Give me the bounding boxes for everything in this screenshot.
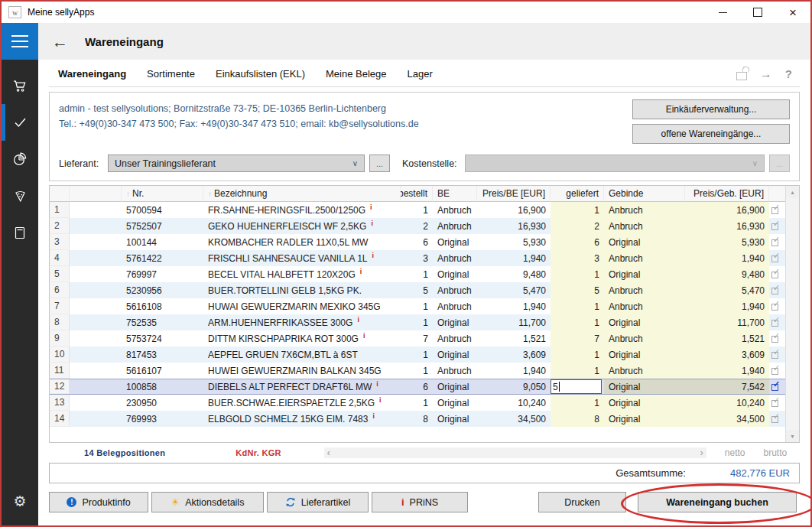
row-checkbox-icon[interactable] xyxy=(771,333,781,343)
brutto-toggle[interactable]: brutto xyxy=(764,447,788,458)
table-row[interactable]: 3100144KROMBACHER RADLER 11X0,5L MW6Orig… xyxy=(50,234,799,250)
forward-arrow-icon[interactable]: → xyxy=(760,68,772,80)
delivered-qty-cell[interactable]: 7 xyxy=(551,330,604,346)
hamburger-menu-button[interactable] xyxy=(2,23,38,60)
delivered-qty-cell[interactable]: 2 xyxy=(551,218,604,234)
description-cell: FR.SAHNE-HERINGSFIL.2500/1250Gi xyxy=(203,202,401,218)
text-caret xyxy=(559,382,560,392)
table-row[interactable]: 45761422FRISCHLI SAHNESAUCE VANILLA 1Li3… xyxy=(50,250,799,266)
chevron-down-icon: ∨ xyxy=(352,159,358,168)
row-checkbox-icon[interactable] xyxy=(771,269,781,279)
ordered-qty-cell: 1 xyxy=(401,363,433,379)
row-checkbox-icon[interactable] xyxy=(771,221,781,231)
vertical-scroll-track[interactable] xyxy=(786,198,799,430)
row-checkbox-icon[interactable] xyxy=(771,317,781,327)
delivered-qty-cell[interactable]: 1 xyxy=(551,395,604,411)
delivered-qty-cell[interactable]: 1 xyxy=(551,298,604,314)
titlebar: w Meine sellyApps × xyxy=(2,2,810,23)
horizontal-scrollbar[interactable]: ‹ › xyxy=(324,447,706,458)
minimize-button[interactable] xyxy=(705,2,740,23)
tab-sortimente[interactable]: Sortimente xyxy=(147,68,195,80)
netto-toggle[interactable]: netto xyxy=(725,447,745,458)
header-gebinde[interactable]: Gebinde xyxy=(604,186,685,202)
prins-button[interactable]: i PRiNS xyxy=(372,492,468,512)
tab-wareneingang[interactable]: Wareneingang xyxy=(58,68,126,80)
red-info-icon: i xyxy=(401,497,404,507)
tab-meine-belege[interactable]: Meine Belege xyxy=(326,68,387,80)
tab-einkaufslisten[interactable]: Einkaufslisten (EKL) xyxy=(216,68,305,80)
package-unit-cell: Original xyxy=(604,266,685,282)
back-button[interactable]: ← xyxy=(52,34,68,50)
help-icon[interactable]: ? xyxy=(785,67,792,80)
article-number-cell: 5752507 xyxy=(122,218,203,234)
table-row[interactable]: 65230956BUER.TORTELLINI GELB 1,5KG PK.5A… xyxy=(50,282,799,298)
ordered-qty-cell: 6 xyxy=(401,234,433,250)
price-per-package-cell: 1,940 xyxy=(685,298,769,314)
produktinfo-button[interactable]: ! Produktinfo xyxy=(49,492,148,512)
vertical-scrollbar[interactable]: ▲ ▼ xyxy=(785,186,799,442)
drucken-button[interactable]: Drucken xyxy=(538,492,626,512)
delivered-qty-cell[interactable]: 8 xyxy=(551,411,604,427)
wareneingang-buchen-button[interactable]: Wareneingang buchen xyxy=(638,492,797,512)
table-row[interactable]: 95753724DITTM KIRSCHPAPRIKA ROT 300Gi7An… xyxy=(50,330,799,346)
row-checkbox-icon[interactable] xyxy=(771,237,781,247)
lieferant-select[interactable]: Unser Trainingslieferant ∨ xyxy=(108,155,365,172)
sidebar-item-goods-receipt[interactable] xyxy=(2,104,38,141)
header-preis-geb[interactable]: Preis/Geb. [EUR] xyxy=(685,186,769,202)
row-checkbox-icon[interactable] xyxy=(771,366,781,376)
sidebar-item-settings[interactable]: ⚙ xyxy=(2,483,38,519)
close-button[interactable]: × xyxy=(775,2,810,23)
sidebar-item-catalog[interactable] xyxy=(2,214,38,251)
maximize-button[interactable] xyxy=(740,2,775,23)
scroll-right-icon[interactable]: › xyxy=(700,447,703,458)
table-row[interactable]: 25752507GEKO HUEHNERFLEISCH WF 2,5KGi2An… xyxy=(50,218,799,234)
article-number-cell: 100858 xyxy=(122,379,203,394)
lieferant-browse-button[interactable]: ... xyxy=(369,155,390,172)
row-checkbox-icon[interactable] xyxy=(771,398,781,408)
scroll-left-icon[interactable]: ‹ xyxy=(327,447,330,458)
table-row[interactable]: 14769993ELBGOLD SCHMELZ 15KG EIM. 7483i8… xyxy=(50,411,799,427)
table-row[interactable]: 115616107HUWEI GEWUERZMARIN BALKAN 345G1… xyxy=(50,363,799,379)
delivered-qty-cell[interactable]: 6 xyxy=(551,234,604,250)
aktionsdetails-button[interactable]: ☀ Aktionsdetails xyxy=(151,492,264,512)
delivered-qty-cell[interactable]: 5 xyxy=(551,282,604,298)
delivered-qty-cell[interactable]: 1 xyxy=(551,346,604,363)
tab-lager[interactable]: Lager xyxy=(408,68,433,80)
header-be[interactable]: BE xyxy=(433,186,477,202)
header-bezeichnung[interactable]: ↑Bezeichnung xyxy=(203,186,401,202)
row-checkbox-icon[interactable] xyxy=(771,253,781,263)
article-number-cell: 769997 xyxy=(122,266,203,282)
row-checkbox-icon[interactable] xyxy=(771,414,781,424)
header-bestellt[interactable]: bestellt xyxy=(401,186,433,202)
delivered-qty-cell[interactable]: 1 xyxy=(551,266,604,282)
scroll-down-icon[interactable]: ▼ xyxy=(786,430,799,442)
lieferartikel-button[interactable]: Lieferartikel xyxy=(267,492,369,512)
delivered-qty-cell[interactable]: 1 xyxy=(551,314,604,330)
header-geliefert[interactable]: geliefert xyxy=(551,186,604,202)
delivered-qty-cell[interactable]: 1 xyxy=(551,202,604,218)
row-checkbox-icon[interactable] xyxy=(771,301,781,311)
table-row[interactable]: 13230950BUER.SCHWAE.EIERSPAETZLE 2,5KGi1… xyxy=(50,395,799,411)
delivered-qty-cell[interactable]: 5 xyxy=(551,379,604,394)
offene-wareneingaenge-button[interactable]: offene Wareneingänge... xyxy=(632,124,790,144)
table-row[interactable]: 12100858DIEBELS ALT PERFECT DRAFT6L MWi6… xyxy=(50,379,799,395)
row-checkbox-icon[interactable] xyxy=(771,285,781,295)
delivered-qty-cell[interactable]: 3 xyxy=(551,250,604,266)
sidebar-item-cart[interactable] xyxy=(2,67,38,104)
row-checkbox-icon[interactable] xyxy=(771,382,781,392)
table-row[interactable]: 8752535ARM.HUEHNERFRIKASSEE 300Gi1Origin… xyxy=(50,314,799,330)
header-nr[interactable]: ↑Nr. xyxy=(122,186,203,202)
delivered-qty-input[interactable]: 5 xyxy=(551,379,602,394)
row-checkbox-icon[interactable] xyxy=(771,205,781,215)
table-row[interactable]: 5769997BECEL VITAL HALBFETT 120X20Gi1Ori… xyxy=(50,266,799,282)
header-preis-be[interactable]: Preis/BE [EUR] xyxy=(477,186,551,202)
delivered-qty-cell[interactable]: 1 xyxy=(551,363,604,379)
table-row[interactable]: 15700594FR.SAHNE-HERINGSFIL.2500/1250Gi1… xyxy=(50,202,799,218)
einkaeuferverwaltung-button[interactable]: Einkäuferverwaltung... xyxy=(632,99,790,119)
table-row[interactable]: 75616108HUWAI GEWUERZMARIN MEXIKO 345G1A… xyxy=(50,298,799,314)
sidebar-item-statistics[interactable] xyxy=(2,141,38,177)
scroll-up-icon[interactable]: ▲ xyxy=(786,186,799,198)
table-row[interactable]: 10817453AEPFEL GRUEN 7X6CM,BTL à 6ST1Ori… xyxy=(50,346,799,363)
row-checkbox-icon[interactable] xyxy=(771,350,781,359)
sidebar-item-promotions[interactable] xyxy=(2,177,38,214)
